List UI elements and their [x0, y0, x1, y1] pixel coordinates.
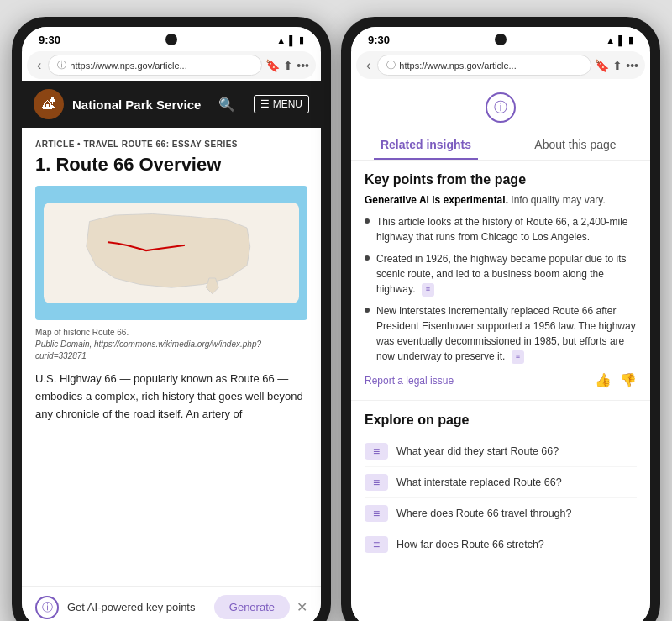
map-image	[35, 186, 307, 320]
back-button-left[interactable]: ‹	[34, 58, 45, 73]
bullet-dot-3	[365, 308, 370, 313]
map-us	[44, 203, 299, 303]
nps-title: National Park Service	[72, 97, 210, 112]
status-icons-right: ▲ ▌ ▮	[606, 34, 633, 45]
explore-item-2[interactable]: What interstate replaced Route 66?	[365, 467, 637, 498]
nps-header: 🏕 National Park Service 🔍 ☰ MENU	[22, 81, 321, 128]
explore-text-2: What interstate replaced Route 66?	[396, 476, 562, 488]
ai-warning-strong: Generative AI is experimental.	[365, 194, 508, 206]
wifi-icon-right: ▲	[606, 35, 615, 45]
thumbs-up-icon[interactable]: 👍	[595, 372, 612, 388]
bullet-dot-1	[365, 218, 370, 224]
address-bar-left: ‹ ⓘ https://www.nps.gov/article... 🔖 ⬆ •…	[27, 51, 316, 79]
map-credit: Public Domain, https://commons.wikimedia…	[35, 339, 261, 360]
generate-button[interactable]: Generate	[214, 595, 290, 619]
map-svg	[44, 203, 299, 303]
bullet-item-2: Created in 1926, the highway became popu…	[365, 251, 637, 297]
explore-text-1: What year did they start Route 66?	[396, 445, 559, 457]
map-caption: Map of historic Route 66. Public Domain,…	[35, 327, 307, 362]
key-points-section: Key points from the page Generative AI i…	[351, 161, 650, 401]
panel-icon: ⓘ	[486, 92, 516, 123]
nps-menu-button[interactable]: ☰ MENU	[254, 95, 309, 113]
legal-link[interactable]: Report a legal issue	[365, 375, 454, 387]
status-icons-left: ▲ ▌ ▮	[276, 34, 304, 45]
more-icon-right[interactable]: •••	[626, 59, 638, 72]
ai-warning-suffix: Info quality may vary.	[508, 194, 606, 206]
map-caption-text: Map of historic Route 66.	[35, 328, 129, 337]
bullet-text-1: This article looks at the history of Rou…	[376, 214, 637, 245]
signal-icon-right: ▌	[618, 35, 625, 45]
url-field-right[interactable]: ⓘ https://www.nps.gov/article...	[377, 55, 591, 76]
bullet-text-2: Created in 1926, the highway became popu…	[376, 251, 637, 297]
tab-related-insights[interactable]: Related insights	[351, 129, 501, 160]
tabs-row: Related insights About this page	[351, 129, 650, 161]
signal-icon: ▌	[289, 35, 296, 45]
right-phone: 9:30 ▲ ▌ ▮ ‹ ⓘ https://www.nps.gov/artic…	[341, 17, 660, 621]
explore-icon-3	[365, 505, 388, 522]
url-text-left: https://www.nps.gov/article...	[70, 61, 253, 71]
explore-section: Explore on page What year did they start…	[351, 401, 650, 571]
time-right: 9:30	[368, 34, 390, 46]
wifi-icon: ▲	[276, 35, 286, 45]
explore-item-1[interactable]: What year did they start Route 66?	[365, 436, 637, 467]
source-tag-3: ≡	[512, 350, 524, 364]
tab-about-page[interactable]: About this page	[501, 129, 650, 160]
back-button-right[interactable]: ‹	[363, 58, 374, 73]
bullet-item-3: New interstates incrementally replaced R…	[365, 303, 637, 364]
bullet-dot-2	[365, 255, 370, 261]
battery-icon: ▮	[299, 34, 304, 45]
thumbs-down-icon[interactable]: 👎	[620, 372, 637, 388]
ai-label: Get AI-powered key points	[67, 601, 214, 613]
status-bar-left: 9:30 ▲ ▌ ▮	[22, 27, 321, 50]
close-ai-button[interactable]: ✕	[297, 599, 307, 615]
explore-item-3[interactable]: Where does Route 66 travel through?	[365, 498, 637, 529]
source-tag-2: ≡	[422, 283, 434, 297]
legal-row: Report a legal issue 👍 👎	[365, 372, 637, 388]
bullet-text-3: New interstates incrementally replaced R…	[376, 303, 637, 364]
bullet-item-1: This article looks at the history of Rou…	[365, 214, 637, 245]
battery-icon-right: ▮	[628, 34, 633, 45]
explore-icon-1	[365, 443, 388, 460]
camera-notch-right	[495, 34, 507, 45]
article-body: U.S. Highway 66 — popularly known as Rou…	[35, 371, 307, 423]
nps-logo: 🏕	[34, 89, 64, 119]
explore-icon-4	[365, 536, 388, 553]
nps-search-icon[interactable]: 🔍	[218, 97, 235, 113]
article-label: ARTICLE • TRAVEL ROUTE 66: ESSAY SERIES	[35, 139, 307, 149]
panel-icon-row: ⓘ	[351, 81, 650, 129]
explore-text-3: Where does Route 66 travel through?	[396, 508, 571, 519]
share-icon-right[interactable]: ⬆	[612, 59, 622, 72]
camera-notch-left	[165, 34, 177, 45]
share-icon-left[interactable]: ⬆	[283, 59, 293, 72]
time-left: 9:30	[39, 34, 60, 46]
left-phone: 9:30 ▲ ▌ ▮ ‹ ⓘ https://www.nps.gov/artic…	[12, 17, 331, 621]
bookmark-icon-right[interactable]: 🔖	[595, 59, 609, 72]
explore-item-4[interactable]: How far does Route 66 stretch?	[365, 529, 637, 560]
ai-warning: Generative AI is experimental. Info qual…	[365, 194, 637, 206]
url-text-right: https://www.nps.gov/article...	[399, 61, 582, 71]
feedback-icons: 👍 👎	[595, 372, 637, 388]
insights-panel: ⓘ Related insights About this page Key p…	[351, 81, 650, 621]
explore-title: Explore on page	[365, 413, 637, 428]
ai-icon: ⓘ	[35, 596, 59, 619]
ai-overlay: ⓘ Get AI-powered key points Generate ✕	[22, 586, 321, 621]
article-title: 1. Route 66 Overview	[35, 154, 307, 176]
page-content-left: ARTICLE • TRAVEL ROUTE 66: ESSAY SERIES …	[22, 128, 321, 586]
key-points-title: Key points from the page	[365, 172, 637, 187]
address-bar-right: ‹ ⓘ https://www.nps.gov/article... 🔖 ⬆ •…	[356, 51, 645, 79]
explore-text-4: How far does Route 66 stretch?	[396, 539, 544, 550]
explore-icon-2	[365, 474, 388, 491]
status-bar-right: 9:30 ▲ ▌ ▮	[351, 27, 650, 50]
bookmark-icon-left[interactable]: 🔖	[265, 59, 280, 72]
more-icon-left[interactable]: •••	[297, 59, 309, 72]
url-field-left[interactable]: ⓘ https://www.nps.gov/article...	[48, 55, 262, 76]
